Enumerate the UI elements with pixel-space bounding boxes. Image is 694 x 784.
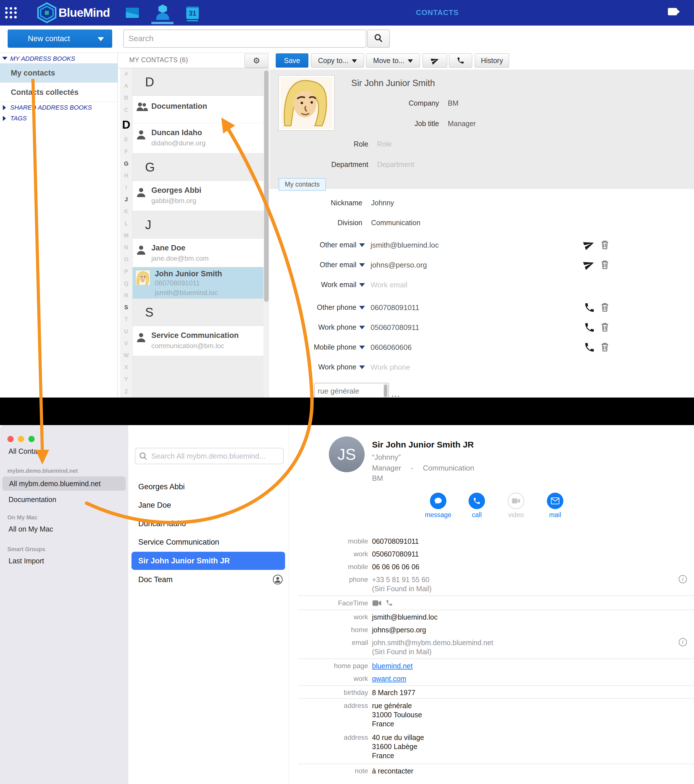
sidebar-group-my-address-books[interactable]: MY ADDRESS BOOKS [10, 55, 75, 63]
list-item-service-communication[interactable]: Service Communication [128, 533, 289, 551]
sidebar-item-documentation[interactable]: Documentation [8, 496, 56, 504]
address-textarea[interactable]: rue générale [314, 383, 389, 397]
sidebar-item-my-contacts[interactable]: My contacts [0, 63, 117, 82]
phone-icon[interactable] [584, 322, 595, 333]
field-type-dropdown[interactable]: Work phone [270, 323, 356, 331]
sidebar-item-all-account-selected[interactable]: All mybm.demo.bluemind.net [2, 476, 126, 491]
chevron-right-icon[interactable] [3, 105, 6, 110]
rail-letter[interactable]: A [124, 83, 128, 89]
rail-letter[interactable]: # [125, 71, 128, 77]
field-type-dropdown[interactable]: Work email [270, 280, 356, 289]
rail-letter[interactable]: O [124, 257, 129, 262]
close-icon[interactable] [7, 436, 14, 442]
info-icon[interactable]: i [679, 638, 687, 646]
trash-icon[interactable] [599, 259, 610, 270]
list-item-john-smith-selected[interactable]: Sir John Junior Smith JR [132, 552, 285, 570]
mail-icon[interactable] [126, 8, 139, 18]
homepage-link[interactable]: bluemind.net [372, 662, 412, 670]
rail-letter[interactable]: Y [124, 376, 128, 382]
app-grid-icon[interactable] [5, 7, 18, 19]
list-settings-button[interactable]: ⚙ [244, 54, 268, 68]
rail-letter[interactable]: P [124, 268, 128, 274]
contact-photo[interactable] [279, 75, 335, 131]
mail-button[interactable] [547, 492, 564, 509]
division-value[interactable]: Communication [371, 219, 420, 227]
rail-letter[interactable]: X [124, 364, 128, 370]
field-input-placeholder[interactable]: Work email [371, 280, 407, 289]
copy-to-button[interactable]: Copy to... [311, 53, 364, 68]
video-call-icon[interactable] [668, 8, 677, 15]
field-type-dropdown[interactable]: Work phone [270, 363, 356, 371]
trash-icon[interactable] [599, 341, 610, 352]
rail-letter[interactable]: J [125, 196, 128, 202]
rail-letter[interactable]: K [124, 208, 128, 214]
trash-icon[interactable] [599, 301, 610, 313]
field-value[interactable]: 060708091011 [371, 303, 419, 312]
chevron-down-icon[interactable] [359, 306, 365, 310]
rail-letter[interactable]: S [124, 305, 128, 310]
rail-letter[interactable]: I [125, 184, 127, 190]
calendar-icon[interactable]: 31 [186, 7, 199, 19]
sidebar-item-all-on-my-mac[interactable]: All on My Mac [8, 525, 53, 533]
rail-letter[interactable]: L [124, 221, 128, 226]
rail-letter[interactable]: G [124, 161, 129, 166]
history-button[interactable]: History [475, 53, 509, 68]
company-value[interactable]: BM [448, 99, 458, 107]
sidebar-item-all-contacts[interactable]: All Contacts [8, 447, 46, 455]
nickname-value[interactable]: Johnny [371, 199, 394, 207]
minimize-icon[interactable] [18, 436, 24, 442]
scrollbar-thumb[interactable] [384, 384, 387, 397]
field-input-placeholder[interactable]: Work phone [371, 363, 410, 372]
search-input[interactable] [135, 448, 284, 464]
sidebar-group-shared-address-books[interactable]: SHARED ADDRESS BOOKS [10, 104, 92, 111]
chevron-down-icon[interactable] [359, 346, 365, 349]
field-type-dropdown[interactable]: Other email [270, 261, 356, 269]
facetime-video-icon[interactable] [372, 600, 382, 606]
sidebar-item-contacts-collectes[interactable]: Contacts collectés [0, 82, 117, 102]
rail-letter[interactable]: V [124, 341, 128, 346]
trash-icon[interactable] [599, 239, 610, 250]
rail-letter[interactable]: M [124, 232, 129, 238]
new-contact-button[interactable]: New contact [8, 30, 112, 48]
rail-letter[interactable]: N [124, 244, 128, 250]
search-input[interactable] [123, 30, 366, 48]
field-value[interactable]: johns@perso.org [371, 261, 427, 270]
department-input-placeholder[interactable]: Department [377, 160, 414, 169]
rail-letter-current[interactable]: D [122, 119, 130, 130]
rail-letter[interactable]: T [124, 316, 128, 322]
move-to-button[interactable]: Move to... [366, 53, 420, 68]
work-url-link[interactable]: qwant.com [372, 675, 406, 683]
chevron-down-icon[interactable] [359, 263, 365, 267]
role-input-placeholder[interactable]: Role [377, 140, 392, 148]
field-value[interactable]: jsmith@bluemind.loc [371, 241, 439, 250]
zoom-icon[interactable] [28, 436, 35, 442]
chevron-down-icon[interactable] [2, 57, 7, 60]
field-type-dropdown[interactable]: Mobile phone [270, 343, 356, 351]
save-button[interactable]: Save [276, 53, 308, 68]
facetime-audio-icon[interactable] [386, 599, 393, 606]
list-item-doc-team[interactable]: Doc Team [128, 570, 289, 589]
field-value[interactable]: 050607080911 [371, 323, 419, 332]
paper-plane-icon[interactable] [583, 259, 595, 270]
list-item-georges-abbi[interactable]: Georges Abbi gabbi@bm.org [133, 181, 264, 211]
chevron-down-icon[interactable] [359, 283, 365, 287]
addressbook-tag-chip[interactable]: My contacts [279, 178, 326, 191]
call-button[interactable] [449, 53, 472, 68]
paper-plane-icon[interactable] [583, 239, 595, 250]
contacts-icon[interactable] [156, 5, 169, 20]
chevron-down-icon[interactable] [359, 243, 365, 247]
field-type-dropdown[interactable]: Other email [270, 241, 356, 249]
rail-letter[interactable]: C [124, 107, 128, 113]
search-button[interactable] [367, 30, 390, 48]
rail-letter[interactable]: B [124, 95, 128, 100]
list-item-georges-abbi[interactable]: Georges Abbi [128, 478, 289, 496]
chevron-right-icon[interactable] [3, 116, 6, 121]
sidebar-group-tags[interactable]: TAGS [10, 115, 27, 122]
phone-icon[interactable] [584, 302, 595, 313]
list-item-duncan-idaho[interactable]: Duncan Idaho didaho@dune.org [133, 123, 264, 153]
field-value[interactable]: 0606060606 [371, 343, 412, 352]
field-type-dropdown[interactable]: Other phone [270, 303, 356, 311]
video-button[interactable] [508, 492, 524, 509]
job-title-value[interactable]: Manager [448, 120, 476, 128]
rail-letter[interactable]: Q [124, 280, 129, 286]
